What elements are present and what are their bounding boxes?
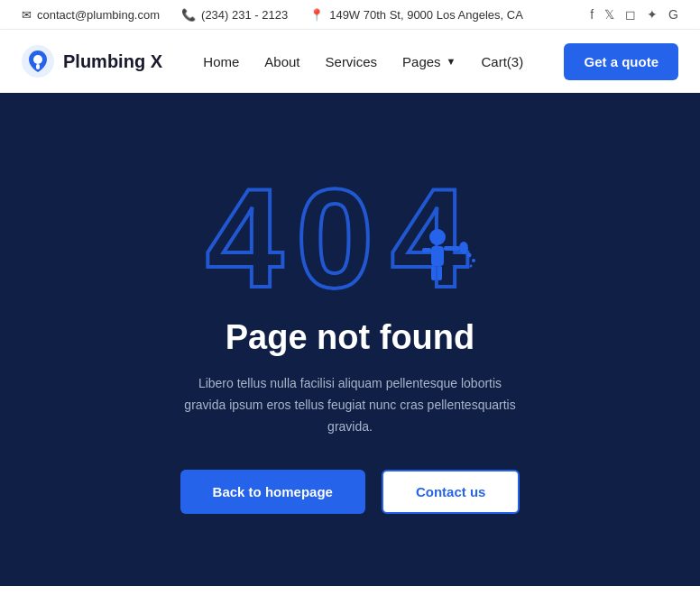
svg-text:4: 4 xyxy=(391,160,468,309)
logo[interactable]: Plumbing X xyxy=(22,45,162,78)
get-quote-button[interactable]: Get a quote xyxy=(564,43,678,80)
svg-text:0: 0 xyxy=(296,160,373,309)
nav-about[interactable]: About xyxy=(264,54,299,69)
error-description: Libero tellus nulla facilisi aliquam pel… xyxy=(179,373,521,437)
contact-us-button[interactable]: Contact us xyxy=(382,470,520,514)
svg-point-10 xyxy=(459,242,468,254)
top-bar: ✉ contact@plumbing.com 📞 (234) 231 - 212… xyxy=(0,0,700,30)
pages-dropdown-icon: ▼ xyxy=(447,56,456,67)
address-item: 📍 149W 70th St, 9000 Los Angeles, CA xyxy=(309,8,523,22)
svg-point-1 xyxy=(33,55,42,64)
social-links: f 𝕏 ◻ ✦ G xyxy=(590,7,678,22)
svg-point-14 xyxy=(472,259,475,262)
404-graphic: 4 0 4 xyxy=(206,147,494,309)
svg-point-15 xyxy=(470,265,473,268)
main-nav: Home About Services Pages ▼ Cart(3) xyxy=(203,54,523,69)
svg-rect-8 xyxy=(422,248,431,252)
svg-rect-9 xyxy=(444,246,460,251)
svg-point-13 xyxy=(467,253,472,258)
error-title: Page not found xyxy=(226,318,475,357)
svg-text:4: 4 xyxy=(206,160,283,309)
address-text: 149W 70th St, 9000 Los Angeles, CA xyxy=(329,8,523,22)
email-icon: ✉ xyxy=(22,8,32,22)
google-icon[interactable]: G xyxy=(668,7,678,22)
location-icon: 📍 xyxy=(309,8,324,22)
email-item: ✉ contact@plumbing.com xyxy=(22,8,160,22)
header: Plumbing X Home About Services Pages ▼ C… xyxy=(0,30,700,93)
facebook-icon[interactable]: f xyxy=(590,7,594,22)
svg-rect-12 xyxy=(438,266,442,280)
svg-rect-2 xyxy=(36,64,40,69)
phone-text: (234) 231 - 2123 xyxy=(201,8,288,22)
cta-buttons: Back to homepage Contact us xyxy=(180,470,520,514)
logo-text: Plumbing X xyxy=(63,51,162,72)
nav-services[interactable]: Services xyxy=(326,54,378,69)
error-section: 4 0 4 Page not found Libero tellus nulla xyxy=(0,93,700,586)
phone-item: 📞 (234) 231 - 2123 xyxy=(181,8,288,22)
nav-pages[interactable]: Pages ▼ xyxy=(402,54,456,69)
top-bar-left: ✉ contact@plumbing.com 📞 (234) 231 - 212… xyxy=(22,8,523,22)
back-to-homepage-button[interactable]: Back to homepage xyxy=(180,470,365,514)
svg-point-6 xyxy=(429,229,446,245)
nav-cart[interactable]: Cart(3) xyxy=(482,54,524,69)
twitter-icon[interactable]: 𝕏 xyxy=(604,7,614,22)
svg-rect-7 xyxy=(431,246,444,266)
yelp-icon[interactable]: ✦ xyxy=(647,7,658,22)
phone-icon: 📞 xyxy=(181,8,196,22)
email-text: contact@plumbing.com xyxy=(37,8,160,22)
nav-home[interactable]: Home xyxy=(203,54,239,69)
instagram-icon[interactable]: ◻ xyxy=(625,7,636,22)
svg-rect-11 xyxy=(431,266,436,280)
logo-icon xyxy=(22,45,54,78)
